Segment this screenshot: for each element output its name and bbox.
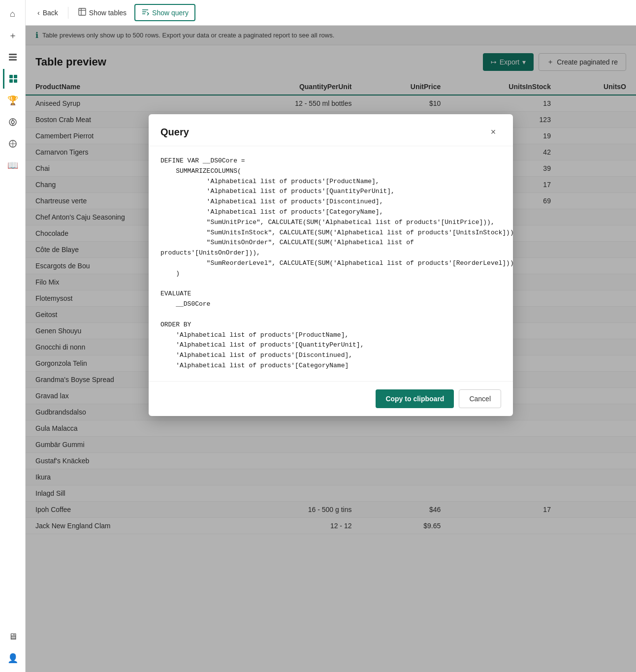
svg-rect-2	[9, 59, 17, 61]
show-tables-label: Show tables	[89, 9, 127, 17]
show-query-button[interactable]: Show query	[134, 4, 195, 21]
nav-pages[interactable]	[3, 47, 23, 67]
back-button[interactable]: ‹ Back	[32, 6, 64, 20]
toolbar-separator	[68, 7, 68, 19]
query-icon	[141, 8, 149, 17]
nav-network[interactable]	[3, 112, 23, 132]
nav-home[interactable]: ⌂	[3, 4, 23, 24]
query-modal: Query × DEFINE VAR __DS0Core = SUMMARIZE…	[149, 114, 513, 416]
svg-rect-3	[9, 75, 13, 78]
svg-rect-4	[14, 75, 17, 78]
modal-overlay: Query × DEFINE VAR __DS0Core = SUMMARIZE…	[26, 26, 636, 672]
nav-data[interactable]	[3, 69, 23, 89]
table-icon	[78, 8, 86, 17]
left-nav: ⌂ ＋ 🏆 📖 🖥 👤	[0, 0, 26, 672]
copy-to-clipboard-button[interactable]: Copy to clipboard	[376, 389, 454, 408]
svg-rect-0	[9, 54, 17, 55]
nav-person[interactable]: 👤	[3, 648, 23, 668]
nav-book[interactable]: 📖	[3, 156, 23, 175]
content-area: ℹ Table previews only show up to 500 row…	[26, 26, 636, 672]
nav-monitor[interactable]: 🖥	[3, 627, 23, 646]
toolbar: ‹ Back Show tables	[26, 0, 636, 26]
svg-rect-14	[79, 8, 86, 15]
nav-explore[interactable]	[3, 134, 23, 154]
query-text: DEFINE VAR __DS0Core = SUMMARIZECOLUMNS(…	[160, 156, 501, 371]
main-area: ‹ Back Show tables	[26, 0, 636, 672]
cancel-button[interactable]: Cancel	[459, 389, 501, 408]
back-icon: ‹	[37, 9, 40, 17]
nav-trophy[interactable]: 🏆	[3, 91, 23, 110]
modal-title: Query	[160, 127, 189, 138]
show-tables-button[interactable]: Show tables	[72, 5, 132, 20]
show-query-label: Show query	[152, 9, 189, 17]
back-label: Back	[43, 9, 58, 17]
modal-header: Query ×	[149, 114, 513, 146]
svg-rect-1	[9, 57, 17, 58]
nav-add[interactable]: ＋	[3, 26, 23, 45]
svg-point-8	[11, 121, 14, 124]
svg-rect-5	[9, 79, 13, 83]
modal-close-button[interactable]: ×	[485, 124, 501, 140]
svg-rect-6	[14, 79, 17, 83]
modal-body: DEFINE VAR __DS0Core = SUMMARIZECOLUMNS(…	[149, 146, 513, 381]
modal-footer: Copy to clipboard Cancel	[149, 381, 513, 416]
